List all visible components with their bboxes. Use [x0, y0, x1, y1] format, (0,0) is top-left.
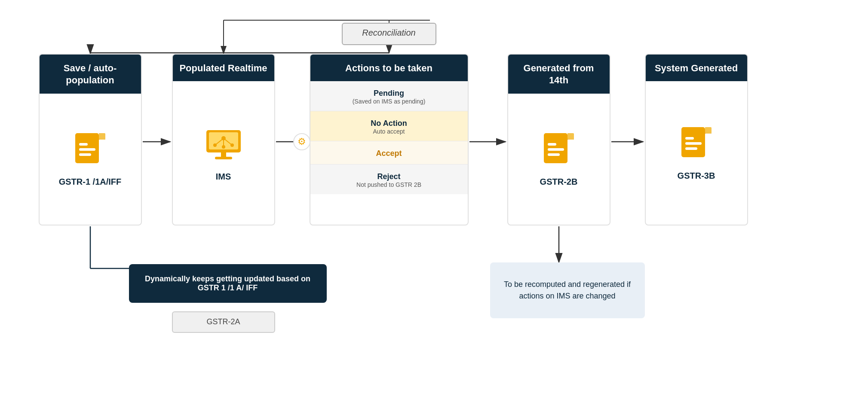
card-gstr3b-body: GSTR-3B: [646, 81, 747, 224]
file-icon-gstr1: [73, 131, 107, 172]
accept-title: Accept: [319, 149, 459, 158]
file-icon-gstr3b: [679, 125, 714, 166]
card-gstr1: Save / auto-population GSTR-1 /1A/IFF: [39, 54, 142, 225]
card-ims-label: IMS: [216, 172, 231, 182]
card-ims-body: IMS: [173, 81, 274, 224]
svg-rect-34: [215, 157, 232, 159]
actions-item-reject: Reject Not pushed to GSTR 2B: [310, 164, 468, 194]
pending-sub: (Saved on IMS as pending): [319, 98, 459, 105]
gear-icon: ⚙: [293, 133, 310, 150]
actions-item-pending: Pending (Saved on IMS as pending): [310, 81, 468, 111]
card-gstr2b-header: Generated from 14th: [508, 55, 610, 94]
card-gstr2b-label: GSTR-2B: [540, 177, 578, 187]
reject-title: Reject: [319, 172, 459, 181]
card-ims-header: Populated Realtime: [173, 55, 274, 82]
card-gstr1-header: Save / auto-population: [40, 55, 141, 94]
svg-rect-33: [221, 152, 226, 157]
card-ims: Populated Realtime IMS: [172, 54, 275, 225]
actions-item-noaction: No Action Auto accept: [310, 111, 468, 141]
gstr2a-label: GSTR-2A: [172, 311, 275, 333]
svg-rect-44: [685, 142, 702, 145]
actions-header: Actions to be taken: [310, 55, 468, 82]
dynamic-update-box: Dynamically keeps getting updated based …: [129, 264, 327, 303]
svg-rect-20: [99, 133, 105, 140]
diagram: Reconciliation ⚙ Save / auto-population …: [26, 15, 843, 384]
svg-rect-45: [685, 147, 697, 150]
svg-rect-22: [79, 153, 91, 156]
svg-rect-23: [79, 143, 88, 146]
card-gstr2b-body: GSTR-2B: [508, 94, 610, 225]
reconciliation-label: Reconciliation: [362, 28, 416, 37]
noaction-sub: Auto accept: [319, 128, 459, 135]
svg-rect-43: [705, 127, 712, 134]
svg-rect-39: [548, 153, 560, 156]
reject-sub: Not pushed to GSTR 2B: [319, 181, 459, 188]
monitor-icon-ims: [202, 124, 245, 167]
card-gstr3b: System Generated GSTR-3B: [645, 54, 748, 225]
svg-rect-21: [79, 148, 95, 151]
card-gstr1-label: GSTR-1 /1A/IFF: [59, 177, 122, 187]
svg-rect-38: [548, 148, 564, 151]
card-gstr1-body: GSTR-1 /1A/IFF: [40, 94, 141, 225]
noaction-title: No Action: [319, 119, 459, 128]
svg-rect-46: [685, 137, 694, 140]
card-gstr2b: Generated from 14th GSTR-2B: [507, 54, 610, 225]
actions-item-accept: Accept: [310, 141, 468, 164]
card-gstr3b-label: GSTR-3B: [678, 171, 715, 181]
file-icon-gstr2b: [542, 131, 576, 172]
card-gstr3b-header: System Generated: [646, 55, 747, 82]
pending-title: Pending: [319, 89, 459, 98]
actions-card: Actions to be taken Pending (Saved on IM…: [310, 54, 469, 225]
svg-rect-37: [567, 133, 574, 140]
svg-rect-40: [548, 143, 556, 146]
reconciliation-box: Reconciliation: [342, 23, 436, 45]
regen-box: To be recomputed and regenerated if acti…: [490, 262, 645, 318]
